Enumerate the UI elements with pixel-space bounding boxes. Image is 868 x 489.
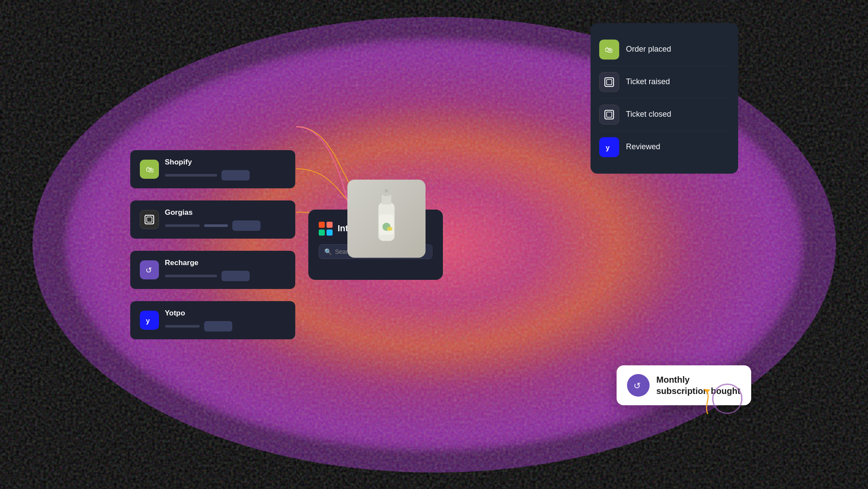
svg-text:↺: ↺	[634, 381, 641, 391]
svg-rect-9	[327, 230, 333, 236]
search-icon: 🔍	[324, 248, 332, 255]
yotpo-btn[interactable]	[204, 321, 232, 331]
yotpo-card[interactable]: y Yotpo	[130, 301, 295, 339]
event-order-label: Order placed	[626, 45, 671, 54]
scene-container: 🛍 Shopify	[130, 49, 738, 440]
product-image	[347, 180, 426, 258]
events-panel: 🛍 Order placed Ticket raised	[591, 23, 738, 174]
shopify-card-content: Shopify	[165, 158, 286, 181]
yotpo-bar-1	[165, 325, 200, 328]
svg-rect-21	[607, 112, 612, 117]
gorgias-icon	[140, 210, 159, 229]
event-order-placed: 🛍 Order placed	[599, 33, 729, 66]
recharge-card-title: Recharge	[165, 259, 286, 267]
svg-rect-18	[605, 78, 614, 86]
svg-point-16	[386, 226, 392, 230]
event-gorgias-icon-1	[599, 72, 619, 92]
svg-rect-3	[147, 217, 152, 222]
purple-circle-decoration	[712, 384, 743, 414]
arrow-indicator	[682, 384, 716, 418]
svg-rect-19	[607, 79, 612, 85]
event-reviewed: y Reviewed	[599, 131, 729, 163]
gorgias-card[interactable]: Gorgias	[130, 200, 295, 239]
svg-text:y: y	[606, 144, 610, 151]
event-ticket-raised: Ticket raised	[599, 66, 729, 98]
recharge-card[interactable]: ↺ Recharge	[130, 251, 295, 289]
svg-rect-8	[319, 230, 325, 236]
svg-text:🛍: 🛍	[605, 46, 613, 54]
recharge-bar-row	[165, 271, 286, 281]
svg-text:↺: ↺	[145, 266, 152, 275]
shopify-card-title: Shopify	[165, 158, 286, 167]
recharge-bar-1	[165, 275, 217, 277]
app-logo	[319, 222, 333, 236]
recharge-btn[interactable]	[221, 271, 250, 281]
recharge-icon: ↺	[140, 260, 159, 279]
gorgias-card-content: Gorgias	[165, 208, 286, 231]
yotpo-card-content: Yotpo	[165, 309, 286, 331]
svg-rect-7	[327, 222, 333, 228]
event-shopify-icon: 🛍	[599, 39, 619, 59]
yotpo-card-title: Yotpo	[165, 309, 286, 318]
event-ticket-closed: Ticket closed	[599, 98, 729, 131]
svg-text:y: y	[146, 317, 150, 325]
gorgias-bar-row	[165, 220, 286, 231]
svg-marker-24	[703, 389, 710, 393]
left-integration-cards: 🛍 Shopify	[130, 150, 295, 339]
shopify-card[interactable]: 🛍 Shopify	[130, 150, 295, 188]
recharge-card-content: Recharge	[165, 259, 286, 281]
yotpo-icon: y	[140, 311, 159, 330]
subscription-icon: ↺	[627, 374, 650, 397]
svg-rect-2	[145, 215, 154, 224]
svg-rect-13	[385, 189, 388, 192]
event-ticket-raised-label: Ticket raised	[626, 77, 670, 86]
shopify-bar-1	[165, 174, 217, 177]
svg-text:🛍: 🛍	[146, 165, 154, 174]
event-gorgias-icon-2	[599, 105, 619, 125]
gorgias-bar-1	[165, 224, 200, 227]
svg-rect-6	[319, 222, 325, 228]
svg-rect-20	[605, 110, 614, 119]
shopify-bar-row	[165, 170, 286, 181]
gorgias-bar-2	[204, 224, 228, 227]
gorgias-card-title: Gorgias	[165, 208, 286, 217]
main-content: 🛍 Shopify	[0, 0, 868, 489]
bottle-svg	[369, 188, 404, 249]
shopify-btn[interactable]	[221, 170, 250, 181]
event-ticket-closed-label: Ticket closed	[626, 110, 671, 119]
event-yotpo-icon: y	[599, 137, 619, 157]
yotpo-bar-row	[165, 321, 286, 331]
event-reviewed-label: Reviewed	[626, 142, 660, 151]
shopify-icon: 🛍	[140, 160, 159, 179]
gorgias-btn[interactable]	[232, 220, 261, 231]
